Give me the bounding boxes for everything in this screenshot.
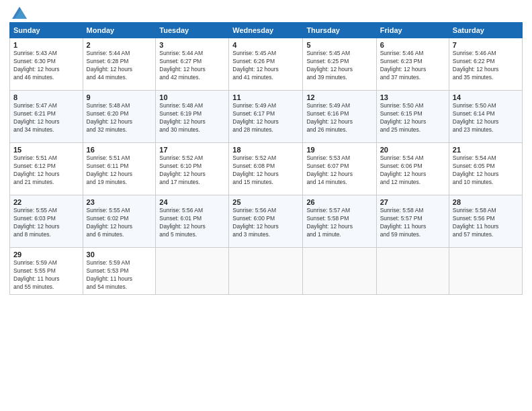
calendar-cell: 27Sunrise: 5:58 AM Sunset: 5:57 PM Dayli… [376,195,449,248]
calendar-cell: 21Sunrise: 5:54 AM Sunset: 6:05 PM Dayli… [449,143,522,195]
calendar-cell: 25Sunrise: 5:56 AM Sunset: 6:00 PM Dayli… [229,195,303,248]
calendar-cell: 16Sunrise: 5:51 AM Sunset: 6:11 PM Dayli… [83,143,156,195]
day-info: Sunrise: 5:53 AM Sunset: 6:07 PM Dayligh… [306,154,372,187]
day-info: Sunrise: 5:59 AM Sunset: 5:53 PM Dayligh… [87,259,152,291]
day-info: Sunrise: 5:43 AM Sunset: 6:30 PM Dayligh… [13,50,79,82]
weekday-header-wednesday: Wednesday [229,23,303,38]
weekday-header-thursday: Thursday [303,23,376,38]
calendar-cell: 5Sunrise: 5:45 AM Sunset: 6:25 PM Daylig… [303,38,376,91]
calendar-week-3: 15Sunrise: 5:51 AM Sunset: 6:12 PM Dayli… [10,143,523,195]
calendar-cell [449,248,522,295]
day-info: Sunrise: 5:55 AM Sunset: 6:03 PM Dayligh… [13,207,79,239]
day-number: 5 [306,41,372,49]
calendar-cell [303,248,376,295]
header [9,7,523,19]
day-info: Sunrise: 5:56 AM Sunset: 6:01 PM Dayligh… [159,207,225,239]
weekday-header-monday: Monday [83,23,156,38]
day-info: Sunrise: 5:52 AM Sunset: 6:08 PM Dayligh… [232,154,299,187]
calendar-cell: 23Sunrise: 5:55 AM Sunset: 6:02 PM Dayli… [83,195,156,248]
day-number: 26 [306,198,372,206]
calendar-cell [229,248,303,295]
day-info: Sunrise: 5:58 AM Sunset: 5:57 PM Dayligh… [380,207,445,239]
calendar-week-1: 1Sunrise: 5:43 AM Sunset: 6:30 PM Daylig… [10,38,523,91]
day-info: Sunrise: 5:49 AM Sunset: 6:17 PM Dayligh… [232,102,299,134]
day-info: Sunrise: 5:54 AM Sunset: 6:05 PM Dayligh… [453,154,519,187]
day-number: 6 [380,41,445,49]
calendar-cell: 15Sunrise: 5:51 AM Sunset: 6:12 PM Dayli… [10,143,83,195]
calendar-cell: 10Sunrise: 5:48 AM Sunset: 6:19 PM Dayli… [156,91,229,143]
calendar-week-4: 22Sunrise: 5:55 AM Sunset: 6:03 PM Dayli… [10,195,523,248]
calendar-cell: 2Sunrise: 5:44 AM Sunset: 6:28 PM Daylig… [83,38,156,91]
day-number: 27 [380,198,445,206]
calendar-cell: 18Sunrise: 5:52 AM Sunset: 6:08 PM Dayli… [229,143,303,195]
day-number: 8 [13,93,79,101]
day-number: 3 [159,41,225,49]
day-number: 10 [159,93,225,101]
day-info: Sunrise: 5:44 AM Sunset: 6:28 PM Dayligh… [87,50,152,82]
weekday-header-saturday: Saturday [449,23,522,38]
day-number: 20 [380,146,445,154]
day-number: 28 [453,198,519,206]
day-number: 1 [13,41,79,49]
day-info: Sunrise: 5:45 AM Sunset: 6:25 PM Dayligh… [306,50,372,82]
main-container: SundayMondayTuesdayWednesdayThursdayFrid… [0,0,532,300]
day-number: 30 [87,250,152,259]
weekday-header-tuesday: Tuesday [156,23,229,38]
calendar-cell: 30Sunrise: 5:59 AM Sunset: 5:53 PM Dayli… [83,248,156,295]
day-number: 17 [159,146,225,154]
weekday-header-sunday: Sunday [10,23,83,38]
weekday-header-row: SundayMondayTuesdayWednesdayThursdayFrid… [10,23,523,38]
calendar-cell: 22Sunrise: 5:55 AM Sunset: 6:03 PM Dayli… [10,195,83,248]
day-info: Sunrise: 5:49 AM Sunset: 6:16 PM Dayligh… [306,102,372,134]
day-info: Sunrise: 5:59 AM Sunset: 5:55 PM Dayligh… [13,259,79,291]
day-info: Sunrise: 5:47 AM Sunset: 6:21 PM Dayligh… [13,102,79,134]
calendar-cell: 24Sunrise: 5:56 AM Sunset: 6:01 PM Dayli… [156,195,229,248]
logo [9,7,27,19]
day-number: 2 [87,41,152,49]
calendar-cell: 1Sunrise: 5:43 AM Sunset: 6:30 PM Daylig… [10,38,83,91]
day-number: 16 [87,146,152,154]
calendar-cell: 12Sunrise: 5:49 AM Sunset: 6:16 PM Dayli… [303,91,376,143]
weekday-header-friday: Friday [376,23,449,38]
day-number: 22 [13,198,79,206]
calendar-cell: 26Sunrise: 5:57 AM Sunset: 5:58 PM Dayli… [303,195,376,248]
day-number: 11 [232,93,299,101]
calendar-week-2: 8Sunrise: 5:47 AM Sunset: 6:21 PM Daylig… [10,91,523,143]
day-number: 4 [232,41,299,49]
day-info: Sunrise: 5:46 AM Sunset: 6:22 PM Dayligh… [453,50,519,82]
calendar-cell: 28Sunrise: 5:58 AM Sunset: 5:56 PM Dayli… [449,195,522,248]
day-info: Sunrise: 5:48 AM Sunset: 6:19 PM Dayligh… [159,102,225,134]
calendar-cell: 19Sunrise: 5:53 AM Sunset: 6:07 PM Dayli… [303,143,376,195]
calendar-cell [376,248,449,295]
calendar-cell: 17Sunrise: 5:52 AM Sunset: 6:10 PM Dayli… [156,143,229,195]
calendar-cell: 3Sunrise: 5:44 AM Sunset: 6:27 PM Daylig… [156,38,229,91]
calendar-cell: 20Sunrise: 5:54 AM Sunset: 6:06 PM Dayli… [376,143,449,195]
day-number: 13 [380,93,445,101]
day-number: 14 [453,93,519,101]
day-info: Sunrise: 5:54 AM Sunset: 6:06 PM Dayligh… [380,154,445,187]
calendar-cell: 13Sunrise: 5:50 AM Sunset: 6:15 PM Dayli… [376,91,449,143]
calendar-table: SundayMondayTuesdayWednesdayThursdayFrid… [9,22,523,295]
calendar-cell: 6Sunrise: 5:46 AM Sunset: 6:23 PM Daylig… [376,38,449,91]
day-number: 21 [453,146,519,154]
calendar-cell: 9Sunrise: 5:48 AM Sunset: 6:20 PM Daylig… [83,91,156,143]
day-number: 7 [453,41,519,49]
day-info: Sunrise: 5:44 AM Sunset: 6:27 PM Dayligh… [159,50,225,82]
calendar-cell: 29Sunrise: 5:59 AM Sunset: 5:55 PM Dayli… [10,248,83,295]
day-number: 15 [13,146,79,154]
calendar-cell: 7Sunrise: 5:46 AM Sunset: 6:22 PM Daylig… [449,38,522,91]
calendar-cell [156,248,229,295]
day-number: 9 [87,93,152,101]
day-info: Sunrise: 5:51 AM Sunset: 6:11 PM Dayligh… [87,154,152,187]
calendar-week-5: 29Sunrise: 5:59 AM Sunset: 5:55 PM Dayli… [10,248,523,295]
day-info: Sunrise: 5:46 AM Sunset: 6:23 PM Dayligh… [380,50,445,82]
day-number: 12 [306,93,372,101]
calendar-cell: 4Sunrise: 5:45 AM Sunset: 6:26 PM Daylig… [229,38,303,91]
day-info: Sunrise: 5:57 AM Sunset: 5:58 PM Dayligh… [306,207,372,239]
day-info: Sunrise: 5:56 AM Sunset: 6:00 PM Dayligh… [232,207,299,239]
day-number: 18 [232,146,299,154]
day-info: Sunrise: 5:55 AM Sunset: 6:02 PM Dayligh… [87,207,152,239]
calendar-cell: 14Sunrise: 5:50 AM Sunset: 6:14 PM Dayli… [449,91,522,143]
day-number: 25 [232,198,299,206]
day-info: Sunrise: 5:52 AM Sunset: 6:10 PM Dayligh… [159,154,225,187]
